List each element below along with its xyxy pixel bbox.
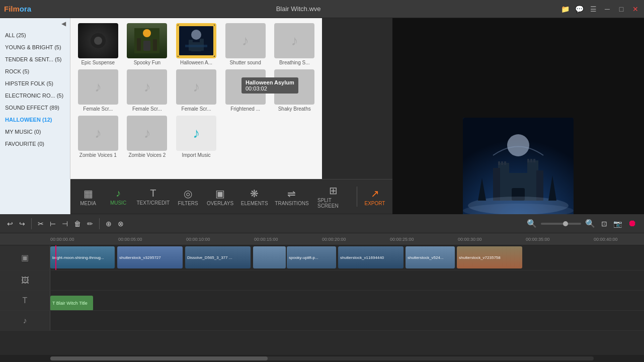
sidebar-item-young[interactable]: YOUNG & BRIGHT (5) bbox=[0, 41, 70, 53]
import-music-item[interactable]: ♪ Import Music bbox=[174, 116, 219, 158]
media-label-halloween: Halloween A... bbox=[180, 60, 212, 65]
ruler-mark-4: 00:00:20:00 bbox=[322, 237, 390, 242]
tab-filters[interactable]: ◎ FILTERS bbox=[176, 186, 201, 208]
media-label-femsrc1: Female Scr... bbox=[83, 106, 113, 112]
list-item[interactable]: ♪ Zombie Voices 1 bbox=[75, 116, 121, 158]
list-item[interactable]: ♪ Breathing S... bbox=[272, 23, 317, 65]
sidebar-item-electronic[interactable]: ELECTRONIC RO... (5) bbox=[0, 89, 70, 102]
svg-rect-21 bbox=[498, 161, 500, 165]
tab-overlays[interactable]: ▣ OVERLAYS bbox=[206, 186, 235, 208]
track-row-audio: ♪ bbox=[0, 311, 644, 331]
ruler-mark-5: 00:00:25:00 bbox=[390, 237, 458, 242]
table-row[interactable]: shutterstock_v3295727 bbox=[117, 246, 183, 268]
music-icon: ♪ bbox=[116, 188, 121, 199]
zoom-slider[interactable] bbox=[541, 223, 581, 225]
snapshot-button[interactable]: 📷 bbox=[611, 219, 624, 229]
scroll-track[interactable] bbox=[50, 356, 594, 360]
zoom-out-button[interactable]: 🔍 bbox=[525, 218, 539, 229]
media-thumb-femsrc1[interactable]: ♪ bbox=[78, 69, 118, 105]
export-icon: ↗ bbox=[371, 188, 379, 200]
track-content-image[interactable] bbox=[50, 270, 644, 290]
track-label-video: ▣ bbox=[0, 245, 50, 270]
magnet-button[interactable]: ⊗ bbox=[116, 219, 126, 229]
sidebar-item-favourite[interactable]: FAVOURITE (0) bbox=[0, 138, 70, 150]
horizontal-scrollbar[interactable] bbox=[0, 355, 644, 362]
sidebar-item-hipster[interactable]: HIPSTER FOLK (5) bbox=[0, 77, 70, 89]
snap-button[interactable]: ⊕ bbox=[104, 219, 114, 229]
sidebar-item-mymusic[interactable]: MY MUSIC (0) bbox=[0, 126, 70, 138]
maximize-icon[interactable]: □ bbox=[617, 5, 626, 14]
ruler-mark-1: 00:00:05:00 bbox=[118, 237, 186, 242]
media-panel: Epic Suspense Spooky Fun bbox=[70, 18, 322, 179]
media-thumb-spooky[interactable] bbox=[127, 23, 167, 58]
tab-text[interactable]: T TEXT/CREDIT bbox=[136, 186, 171, 208]
cut-button[interactable]: ✂ bbox=[36, 219, 46, 229]
music-note-icon: ♪ bbox=[291, 33, 298, 49]
sidebar-item-rock[interactable]: ROCK (5) bbox=[0, 65, 70, 77]
minimize-icon[interactable]: ─ bbox=[603, 5, 612, 14]
redo-button[interactable]: ↪ bbox=[17, 219, 27, 229]
record-button[interactable]: ⏺ bbox=[626, 217, 639, 230]
table-row[interactable]: T Blair Witch Title bbox=[50, 296, 93, 310]
tab-music[interactable]: ♪ MUSIC bbox=[106, 186, 131, 208]
sidebar-item-all[interactable]: ALL (25) bbox=[0, 29, 70, 41]
media-thumb-zombie2[interactable]: ♪ bbox=[127, 116, 167, 151]
table-row[interactable]: Dissolve_D565_3_377 ... bbox=[185, 246, 251, 268]
table-row[interactable]: shutterstock_v7235758 bbox=[457, 246, 522, 268]
table-row[interactable]: shutterstock_v11694440 bbox=[338, 246, 404, 268]
track-row-video: ▣ bright-moon-shining-throug... shutters… bbox=[0, 245, 644, 270]
tab-transitions[interactable]: ⇌ TRANSITIONS bbox=[274, 186, 309, 208]
svg-rect-26 bbox=[533, 159, 535, 162]
music-note-icon: ♪ bbox=[193, 79, 200, 95]
media-thumb-import[interactable]: ♪ bbox=[176, 116, 216, 151]
media-thumb-shutter[interactable]: ♪ bbox=[225, 23, 266, 58]
table-row[interactable] bbox=[253, 246, 286, 268]
tooltip-duration: 00:03:02 bbox=[246, 85, 294, 92]
chat-icon[interactable]: 💬 bbox=[575, 5, 584, 14]
list-item[interactable]: ♪ Shutter sound bbox=[223, 23, 268, 65]
list-item[interactable]: Spooky Fun bbox=[125, 23, 170, 65]
delete-button[interactable]: 🗑 bbox=[72, 219, 83, 229]
split-button[interactable]: ⊢ bbox=[48, 219, 58, 229]
sidebar-item-tender[interactable]: TENDER & SENT... (5) bbox=[0, 53, 70, 65]
fit-button[interactable]: ⊡ bbox=[599, 219, 609, 229]
media-thumb-halloween[interactable] bbox=[176, 23, 216, 58]
close-icon[interactable]: ✕ bbox=[631, 5, 640, 14]
list-item[interactable]: ♪ Female Scr... bbox=[174, 69, 219, 112]
sidebar-item-halloween[interactable]: HALLOWEEN (12) bbox=[0, 114, 70, 126]
media-thumb-breathing[interactable]: ♪ bbox=[274, 23, 314, 58]
svg-rect-24 bbox=[527, 159, 529, 162]
sidebar-item-sound[interactable]: SOUND EFFECT (89) bbox=[0, 102, 70, 114]
list-item[interactable]: ♪ Female Scr... bbox=[125, 69, 170, 112]
svg-rect-18 bbox=[493, 168, 500, 201]
tab-export[interactable]: ↗ EXPORT bbox=[362, 186, 387, 208]
tab-media[interactable]: ▦ MEDIA bbox=[75, 186, 101, 208]
undo-button[interactable]: ↩ bbox=[5, 219, 15, 229]
media-thumb-femsrc3[interactable]: ♪ bbox=[176, 69, 216, 105]
pen-button[interactable]: ✏ bbox=[85, 219, 95, 229]
folder-icon[interactable]: 📁 bbox=[560, 5, 570, 14]
track-content-audio[interactable] bbox=[50, 311, 644, 330]
list-item[interactable]: ♪ Female Scr... bbox=[75, 69, 121, 112]
tab-splitscreen[interactable]: ⊞ SPLIT SCREEN bbox=[314, 183, 352, 211]
menu-icon[interactable]: ☰ bbox=[589, 5, 598, 14]
table-row[interactable]: shutterstock_v524... bbox=[406, 246, 455, 268]
table-row[interactable]: spooky-uplift-p... bbox=[287, 246, 336, 268]
list-item[interactable]: Halloween A... bbox=[174, 23, 219, 65]
back-icon[interactable]: ◀ bbox=[61, 20, 66, 27]
import-note-icon: ♪ bbox=[193, 125, 200, 141]
list-item[interactable]: Epic Suspense bbox=[75, 23, 121, 65]
media-thumb-epic[interactable] bbox=[78, 23, 118, 58]
clip-label: spooky-uplift-p... bbox=[289, 255, 318, 260]
list-item[interactable]: ♪ Zombie Voices 2 bbox=[125, 116, 170, 158]
zoom-in-button[interactable]: 🔍 bbox=[583, 218, 597, 229]
trim-button[interactable]: ⊣ bbox=[60, 219, 70, 229]
table-row[interactable]: bright-moon-shining-throug... bbox=[50, 246, 115, 268]
media-thumb-femsrc2[interactable]: ♪ bbox=[127, 69, 167, 105]
transitions-icon: ⇌ bbox=[287, 188, 296, 200]
scroll-thumb[interactable] bbox=[50, 356, 268, 360]
track-content-video[interactable]: bright-moon-shining-throug... shuttersto… bbox=[50, 245, 644, 270]
media-thumb-zombie1[interactable]: ♪ bbox=[78, 116, 118, 151]
track-content-text[interactable]: T Blair Witch Title bbox=[50, 291, 644, 310]
tab-elements[interactable]: ❋ ELEMENTS bbox=[239, 186, 269, 208]
